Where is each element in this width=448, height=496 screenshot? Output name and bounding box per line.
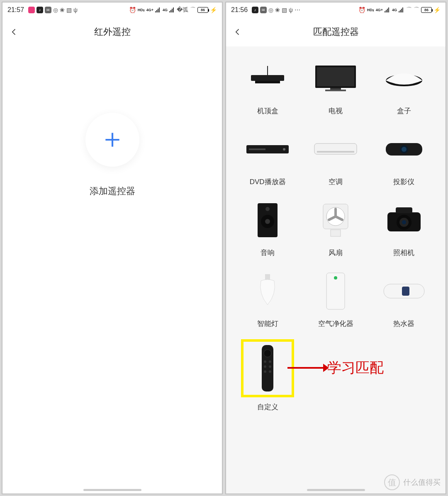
box-icon [381,56,427,101]
signal-bars-icon [385,7,390,12]
device-cell-fan[interactable]: 风扇 [302,197,370,258]
svg-rect-6 [317,67,354,86]
page-title: 红外遥控 [94,26,131,38]
device-label: DVD播放器 [250,177,286,187]
status-time: 21:56 [231,6,248,14]
device-label: 音响 [261,248,275,258]
app-icon [28,7,35,13]
left-screenshot: 21:57 ♪ ✉ ◎ ❀ ▧ ψ ⏰ HD₂ 4G+ 4G �弧 ⌒ 86 ⚡… [2,2,223,494]
battery-icon: 86 [421,7,432,13]
status-left: 21:57 ♪ ✉ ◎ ❀ ▧ ψ [7,6,78,14]
charging-icon: ⚡ [433,7,441,13]
device-cell-dvd[interactable]: DVD播放器 [234,126,302,187]
fan-icon [313,197,358,243]
projector-icon [381,126,427,172]
watermark-text: 什么值得买 [403,477,441,487]
battery-icon: 86 [197,7,208,13]
device-grid: 机顶盒 电视 盒子 DVD播放器 空调 [226,46,446,494]
device-cell-purifier[interactable]: 空气净化器 [302,268,370,328]
tv-icon [313,56,358,101]
add-remote-button[interactable] [85,113,139,167]
light-icon [245,268,290,314]
svg-point-41 [264,370,266,373]
device-label: 自定义 [257,402,278,412]
device-cell-camera[interactable]: 照相机 [370,197,438,258]
back-button[interactable] [234,28,242,36]
status-bar: 21:56 ♪ ✉ ◎ ❀ ▧ ψ ⋯ ⏰ HD₂ 4G+ 4G ⌒ ⌒ 86 … [226,2,446,17]
svg-rect-11 [249,148,265,150]
msg-icon: ✉ [260,7,267,13]
alarm-icon: ⏰ [129,7,136,13]
ac-icon [313,126,358,172]
svg-point-20 [265,219,270,224]
svg-rect-7 [330,88,341,90]
svg-rect-34 [402,287,409,296]
svg-point-36 [264,350,271,357]
device-cell-custom[interactable]: 自定义 学习匹配 [234,339,302,412]
svg-rect-14 [317,151,354,153]
home-indicator[interactable] [307,489,365,491]
svg-rect-8 [325,90,346,91]
device-label: 空气净化器 [318,319,353,328]
svg-point-32 [334,276,337,280]
status-time: 21:57 [7,6,24,14]
nav-bar: 匹配遥控器 [226,17,446,46]
device-label: 盒子 [397,106,411,116]
msg-icon: ✉ [45,7,51,13]
device-cell-heater[interactable]: 热水器 [370,268,438,328]
charging-icon: ⚡ [210,7,217,13]
nav-bar: 红外遥控 [2,17,222,46]
app-douyin-icon: ♪ [252,7,258,13]
wechat-icon: ❀ [60,7,65,13]
arrow-right-icon [287,367,325,369]
activity-icon: ▧ [282,7,287,13]
more-icon: ⋯ [295,7,300,13]
device-label: 风扇 [329,248,343,258]
signal-bars-icon [155,7,161,12]
svg-rect-4 [255,81,280,83]
status-right: ⏰ HD₂ 4G+ 4G �弧 ⌒ 86 ⚡ [129,6,217,14]
wifi-icon-2: ⌒ [414,6,419,14]
device-cell-stb[interactable]: 机顶盒 [234,56,302,116]
device-cell-projector[interactable]: 投影仪 [370,126,438,187]
back-button[interactable] [10,28,18,36]
device-cell-speaker[interactable]: 音响 [234,197,302,258]
empty-state: 添加遥控器 [2,46,222,494]
device-label: 智能灯 [257,319,278,328]
svg-point-39 [264,365,266,368]
speaker-icon [245,197,290,243]
svg-point-38 [269,360,271,363]
status-bar: 21:57 ♪ ✉ ◎ ❀ ▧ ψ ⏰ HD₂ 4G+ 4G �弧 ⌒ 86 ⚡ [2,2,222,17]
svg-rect-26 [396,207,412,213]
netease-icon: ◎ [53,7,58,13]
svg-point-17 [402,147,407,152]
svg-point-12 [283,148,285,151]
home-indicator[interactable] [83,489,141,491]
device-label: 空调 [329,177,343,187]
usb-icon: ψ [73,7,78,13]
device-cell-ac[interactable]: 空调 [302,126,370,187]
dvd-icon [245,126,290,172]
chevron-left-icon [10,28,18,36]
stb-icon [245,56,290,101]
plus-icon [102,129,123,150]
svg-rect-3 [251,75,284,81]
device-cell-light[interactable]: 智能灯 [234,268,302,328]
device-cell-tv[interactable]: 电视 [302,56,370,116]
svg-point-21 [265,207,270,211]
netease-icon: ◎ [268,7,273,13]
wifi-icon: ⌒ [406,6,412,14]
alarm-icon: ⏰ [358,7,365,13]
status-left: 21:56 ♪ ✉ ◎ ❀ ▧ ψ ⋯ [231,6,300,14]
heater-icon [381,268,427,314]
svg-rect-13 [314,143,357,154]
svg-rect-24 [331,230,341,236]
4g-icon-2: 4G [163,8,168,12]
4g-icon: 4G+ [146,8,153,12]
svg-point-29 [402,220,406,224]
chevron-left-icon [234,28,242,36]
svg-point-42 [269,370,271,373]
device-cell-box[interactable]: 盒子 [370,56,438,116]
device-label: 投影仪 [393,177,414,187]
annotation-text: 学习匹配 [327,358,384,377]
